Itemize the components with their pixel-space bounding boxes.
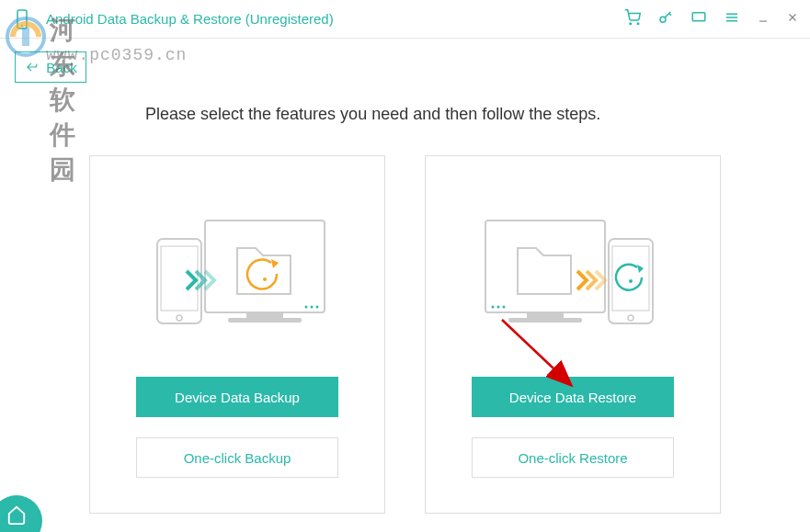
minimize-icon[interactable]: [757, 11, 770, 28]
backup-card: Device Data Backup One-click Backup: [89, 155, 385, 514]
svg-point-4: [660, 17, 666, 22]
button-label: One-click Backup: [184, 450, 291, 466]
device-data-backup-button[interactable]: Device Data Backup: [136, 377, 338, 417]
back-button[interactable]: Back: [15, 51, 86, 83]
main-content: Please select the features you need and …: [0, 39, 810, 514]
svg-point-19: [316, 306, 319, 309]
svg-point-28: [503, 306, 506, 309]
svg-rect-25: [508, 318, 582, 323]
titlebar-controls: [624, 9, 799, 29]
svg-point-26: [492, 306, 495, 309]
svg-point-27: [497, 306, 500, 309]
restore-card: Device Data Restore One-click Restore: [425, 155, 721, 514]
restore-illustration: [472, 175, 674, 377]
svg-point-2: [630, 23, 632, 25]
backup-illustration: [136, 175, 338, 377]
feedback-icon[interactable]: [690, 9, 707, 29]
svg-rect-24: [527, 312, 564, 318]
one-click-backup-button[interactable]: One-click Backup: [136, 437, 338, 478]
cards-container: Device Data Backup One-click Backup: [0, 155, 810, 514]
back-button-label: Back: [46, 60, 76, 75]
app-title: Android Data Backup & Restore (Unregiste…: [46, 11, 624, 27]
one-click-restore-button[interactable]: One-click Restore: [472, 437, 674, 478]
svg-rect-23: [485, 221, 605, 312]
instruction-text: Please select the features you need and …: [145, 105, 810, 124]
key-icon[interactable]: [657, 9, 674, 29]
svg-marker-15: [271, 259, 279, 268]
svg-point-17: [305, 306, 308, 309]
menu-icon[interactable]: [724, 9, 740, 29]
svg-point-1: [21, 25, 23, 27]
button-label: One-click Restore: [518, 450, 627, 466]
svg-rect-12: [205, 221, 325, 312]
close-icon[interactable]: [786, 11, 799, 28]
device-data-restore-button[interactable]: Device Data Restore: [472, 377, 674, 417]
svg-point-16: [263, 277, 267, 281]
svg-point-3: [637, 23, 639, 25]
titlebar: Android Data Backup & Restore (Unregiste…: [0, 0, 810, 39]
back-arrow-icon: [24, 61, 39, 74]
svg-point-33: [629, 279, 633, 283]
button-label: Device Data Backup: [175, 390, 300, 405]
app-logo-icon: [11, 8, 33, 30]
home-icon: [6, 504, 27, 525]
cart-icon[interactable]: [624, 9, 641, 29]
svg-rect-13: [246, 312, 283, 318]
svg-point-18: [311, 306, 314, 309]
button-label: Device Data Restore: [509, 390, 636, 405]
svg-rect-14: [228, 318, 302, 323]
